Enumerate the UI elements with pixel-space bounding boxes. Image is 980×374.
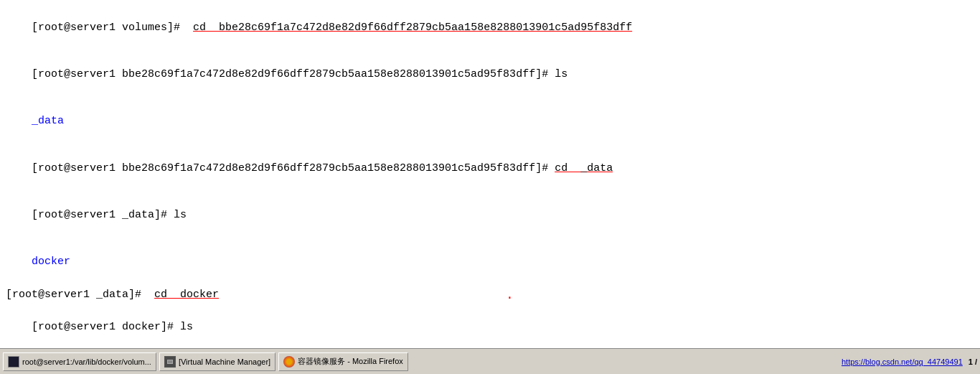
- page-number: 1 /: [969, 357, 977, 366]
- terminal-line: [root@server1 _data]# ls: [6, 192, 974, 238]
- line-text: [root@server1 bbe28c69f1a7c472d8e82d9f66…: [32, 162, 613, 174]
- taskbar-button-terminal[interactable]: root@server1:/var/lib/docker/volum...: [3, 352, 156, 371]
- terminal-line: _data: [6, 98, 974, 145]
- terminal-icon: [8, 356, 19, 368]
- terminal-line: [root@server1 bbe28c69f1a7c472d8e82d9f66…: [6, 145, 974, 192]
- directory-data: _data: [32, 115, 64, 127]
- taskbar-url: https://blog.csdn.net/qq_44749491: [842, 357, 963, 366]
- line-text: [root@server1 _data]# ls: [32, 209, 187, 221]
- taskbar-button-vm[interactable]: [Virtual Machine Manager]: [159, 352, 275, 371]
- vm-icon: [164, 356, 176, 368]
- taskbar: root@server1:/var/lib/docker/volum... [V…: [0, 348, 980, 374]
- taskbar-right: https://blog.csdn.net/qq_44749491 1 /: [842, 357, 977, 366]
- taskbar-label-vm: [Virtual Machine Manager]: [179, 357, 270, 366]
- terminal-line: [root@server1 docker]# ls: [6, 304, 974, 348]
- line-text: [root@server1 bbe28c69f1a7c472d8e82d9f66…: [32, 68, 567, 80]
- taskbar-button-firefox[interactable]: 容器镜像服务 - Mozilla Firefox: [278, 352, 408, 371]
- line-text: [root@server1 volumes]# cd bbe28c69f1a7c…: [32, 22, 632, 34]
- line-text: [root@server1 _data]# cd docker: [6, 287, 219, 303]
- terminal-line: [root@server1 _data]# cd docker .: [6, 286, 974, 304]
- red-dot: .: [506, 286, 514, 304]
- directory-docker: docker: [32, 256, 70, 268]
- terminal-line: [root@server1 volumes]# cd bbe28c69f1a7c…: [6, 4, 974, 51]
- terminal: [root@server1 volumes]# cd bbe28c69f1a7c…: [0, 0, 980, 348]
- firefox-icon: [283, 356, 295, 368]
- terminal-line: docker: [6, 238, 974, 285]
- terminal-line: [root@server1 bbe28c69f1a7c472d8e82d9f66…: [6, 51, 974, 98]
- line-text: [root@server1 docker]# ls: [32, 321, 193, 333]
- taskbar-label-terminal: root@server1:/var/lib/docker/volum...: [22, 357, 151, 366]
- taskbar-label-firefox: 容器镜像服务 - Mozilla Firefox: [298, 356, 403, 367]
